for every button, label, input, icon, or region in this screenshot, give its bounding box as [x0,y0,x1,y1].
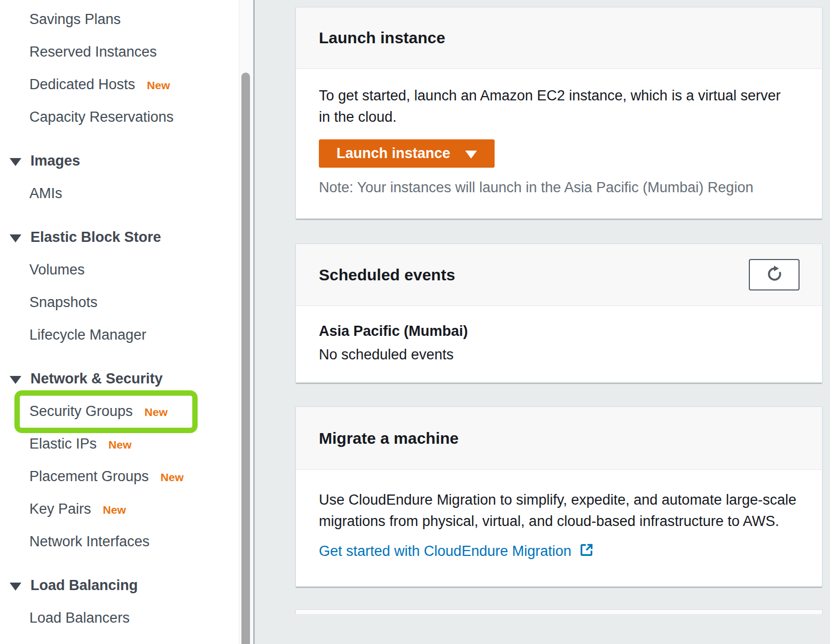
sidebar-item-network-interfaces[interactable]: Network Interfaces [0,525,239,558]
link-label: Get started with CloudEndure Migration [319,543,571,560]
card-title: Migrate a machine [319,429,459,447]
sidebar-item-label: Lifecycle Manager [29,327,146,343]
sidebar-item-label: Dedicated Hosts [29,76,135,93]
sidebar-item-volumes[interactable]: Volumes [0,254,239,286]
section-caret-icon [10,376,21,384]
sidebar-item-label: Placement Groups [29,468,149,485]
launch-card-body: To get started, launch an Amazon EC2 ins… [296,69,822,218]
sidebar-scrollbar-thumb[interactable] [241,73,250,644]
sidebar-item-load-balancers[interactable]: Load Balancers [0,602,239,634]
section-title: Network & Security [30,371,163,387]
sidebar-item-elastic-ips[interactable]: Elastic IPsNew [0,428,239,460]
launch-button-label: Launch instance [336,145,450,162]
section-caret-icon [10,583,21,591]
new-badge: New [147,77,170,92]
sidebar-item-label: Snapshots [29,294,98,311]
new-badge: New [161,469,184,484]
sidebar-item-label: Load Balancers [29,610,130,626]
migrate-description: Use CloudEndure Migration to simplify, e… [319,489,799,532]
section-caret-icon [10,158,21,166]
events-card-body: Asia Pacific (Mumbai) No scheduled event… [296,306,822,382]
sidebar-section-images[interactable]: Images [0,145,239,177]
new-badge: New [108,437,131,451]
sidebar-item-label: Reserved Instances [29,44,157,60]
card-title: Launch instance [319,29,445,47]
sidebar-section-network-security[interactable]: Network & Security [0,363,239,395]
migrate-card-body: Use CloudEndure Migration to simplify, e… [296,470,822,586]
section-title: Images [30,153,80,169]
new-badge: New [145,404,168,419]
sidebar-item-label: Capacity Reservations [29,109,174,125]
scheduled-events-card: Scheduled events Asia Pacific (Mumbai) N… [295,244,823,383]
new-badge: New [103,502,126,516]
sidebar-item-key-pairs[interactable]: Key PairsNew [0,493,239,525]
launch-instance-card: Launch instance To get started, launch a… [295,7,823,219]
region-heading: Asia Pacific (Mumbai) [319,323,799,340]
migrate-card-header: Migrate a machine [296,407,822,470]
launch-card-header: Launch instance [296,7,822,69]
sidebar-item-label: Key Pairs [29,501,91,517]
migrate-machine-card: Migrate a machine Use CloudEndure Migrat… [295,406,823,587]
sidebar-item-amis[interactable]: AMIs [0,177,239,210]
card-title: Scheduled events [319,266,455,284]
launch-region-note: Note: Your instances will launch in the … [319,178,799,197]
next-card-partial [295,609,823,614]
sidebar-nav: Savings PlansReserved InstancesDedicated… [0,0,239,634]
sidebar: Savings PlansReserved InstancesDedicated… [0,0,239,644]
sidebar-item-label: Savings Plans [29,11,121,28]
caret-down-icon [465,151,477,159]
sidebar-item-dedicated-hosts[interactable]: Dedicated HostsNew [0,68,239,101]
sidebar-section-elastic-block-store[interactable]: Elastic Block Store [0,221,239,254]
refresh-button[interactable] [749,259,800,290]
sidebar-section-load-balancing[interactable]: Load Balancing [0,569,239,602]
sidebar-item-snapshots[interactable]: Snapshots [0,286,239,319]
sidebar-item-label: Network Interfaces [29,533,150,550]
events-card-header: Scheduled events [296,244,822,306]
sidebar-item-lifecycle-manager[interactable]: Lifecycle Manager [0,319,239,351]
section-caret-icon [10,234,21,242]
sidebar-item-label: Volumes [29,262,85,278]
sidebar-item-placement-groups[interactable]: Placement GroupsNew [0,460,239,493]
sidebar-item-label: AMIs [29,185,62,202]
events-status: No scheduled events [319,347,799,363]
sidebar-item-capacity-reservations[interactable]: Capacity Reservations [0,101,239,133]
sidebar-item-reserved-instances[interactable]: Reserved Instances [0,36,239,68]
main-content: Launch instance To get started, launch a… [255,0,830,644]
section-title: Load Balancing [30,577,138,594]
sidebar-item-label: Elastic IPs [29,436,97,452]
sidebar-item-label: Security Groups [29,403,133,420]
sidebar-scrollbar-track[interactable] [239,0,253,644]
ec2-console: Savings PlansReserved InstancesDedicated… [0,0,830,644]
refresh-icon [765,264,784,285]
sidebar-item-savings-plans[interactable]: Savings Plans [0,3,239,36]
sidebar-item-security-groups[interactable]: Security GroupsNew [0,395,239,428]
launch-description: To get started, launch an Amazon EC2 ins… [319,85,789,128]
cloudendure-migration-link[interactable]: Get started with CloudEndure Migration [319,541,594,562]
section-title: Elastic Block Store [30,229,161,246]
launch-instance-button[interactable]: Launch instance [319,139,495,168]
external-link-icon [578,541,594,562]
